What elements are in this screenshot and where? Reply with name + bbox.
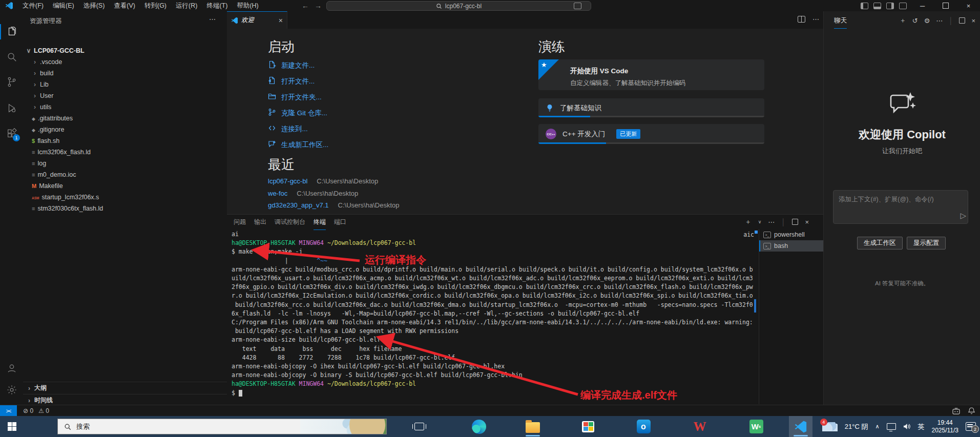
recent-name[interactable]: gd32e230_app_v7.1 <box>268 201 329 209</box>
explorer-more-icon[interactable]: ⋯ <box>209 15 216 23</box>
tree-item[interactable]: ≡stm32f030c6tx_flash.ld <box>23 203 227 214</box>
tab-close-icon[interactable]: × <box>279 16 283 25</box>
settings-gear-icon[interactable] <box>0 381 23 399</box>
recent-item[interactable]: we-focC:\Users\ha\Desktop <box>268 190 358 197</box>
chat-input[interactable]: 添加上下文(#)、扩展(@)、命令(/) <box>833 190 968 224</box>
menu-item-2[interactable]: 选择(S) <box>79 1 109 11</box>
walkthrough-learn-fundamentals[interactable]: 了解基础知识 <box>538 98 764 117</box>
tree-item[interactable]: ›.vscode <box>23 56 227 68</box>
weather-cloud-icon[interactable]: 4 <box>822 422 838 431</box>
taskbar-search[interactable]: 搜索 <box>57 419 387 434</box>
taskbar-app-vscode[interactable] <box>789 416 812 437</box>
new-terminal-icon[interactable]: ＋ <box>745 217 752 226</box>
start-button[interactable] <box>0 416 24 437</box>
walkthrough-cpp-intro[interactable]: C/C++ C++ 开发入门 已更新 <box>538 124 764 144</box>
tree-item[interactable]: ›build <box>23 68 227 79</box>
command-center-search[interactable]: lcp067-gcc-bl <box>326 1 591 11</box>
chat-more-icon[interactable]: ⋯ <box>936 17 943 25</box>
terminal-output[interactable]: aiha@DESKTOP-H85GTAK MINGW64 ~/Downloads… <box>232 230 759 404</box>
menu-item-5[interactable]: 运行(R) <box>172 1 201 11</box>
search-view-icon[interactable] <box>0 48 23 66</box>
start-link-4[interactable]: 连接到... <box>268 124 308 134</box>
panel-tab-问题[interactable]: 问题 <box>234 218 246 230</box>
network-display-icon[interactable] <box>887 423 896 430</box>
maximize-panel-icon[interactable] <box>792 219 798 225</box>
tree-item[interactable]: ›User <box>23 90 227 101</box>
shell-item-bash[interactable]: >_bash <box>759 240 823 252</box>
panel-tab-输出[interactable]: 输出 <box>254 218 266 230</box>
split-editor-icon[interactable] <box>798 16 805 23</box>
taskbar-app-task-view[interactable] <box>407 416 431 437</box>
toggle-secondary-sidebar-icon[interactable] <box>886 3 894 9</box>
minimize-button[interactable]: ─ <box>911 0 934 11</box>
tree-item[interactable]: ≡lcm32f06x_flash.ld <box>23 147 227 158</box>
terminal-more-icon[interactable]: ⋯ <box>768 218 775 226</box>
weather-text[interactable]: 21°C 阴 <box>845 422 868 431</box>
speaker-icon[interactable] <box>903 423 911 430</box>
new-chat-icon[interactable]: ＋ <box>900 16 906 25</box>
taskbar-app-outlook[interactable]: o <box>632 416 655 437</box>
tree-item[interactable]: ASMstartup_lcm32f06x.s <box>23 192 227 203</box>
menu-item-6[interactable]: 终端(T) <box>202 1 232 11</box>
taskbar-app-edge[interactable] <box>467 416 491 437</box>
start-link-2[interactable]: 打开文件夹... <box>268 92 322 102</box>
toggle-sidebar-icon[interactable] <box>861 3 868 9</box>
customize-layout-icon[interactable] <box>899 3 907 9</box>
panel-tab-端口[interactable]: 端口 <box>334 218 346 230</box>
close-button[interactable]: × <box>957 0 980 11</box>
notifications-bell-icon[interactable] <box>968 407 975 414</box>
tree-item[interactable]: $flash.sh <box>23 135 227 147</box>
tree-item[interactable]: ≡log <box>23 158 227 169</box>
start-link-0[interactable]: 新建文件... <box>268 60 315 70</box>
chat-tab[interactable]: 聊天 <box>834 16 847 29</box>
tree-item[interactable]: ◆.gitignore <box>23 124 227 135</box>
taskbar-app-file-explorer[interactable] <box>521 416 545 437</box>
account-icon[interactable] <box>0 360 23 377</box>
taskbar-app-wps-docs[interactable]: Ws <box>744 416 768 437</box>
chat-settings-gear-icon[interactable]: ⚙ <box>924 17 930 25</box>
recent-item[interactable]: lcp067-gcc-blC:\Users\ha\Desktop <box>268 177 378 185</box>
menu-item-4[interactable]: 转到(G) <box>140 1 171 11</box>
tree-item[interactable]: ≡m0_demo.ioc <box>23 169 227 180</box>
send-icon[interactable]: ▷ <box>960 211 966 220</box>
generate-workspace-button[interactable]: 生成工作区 <box>857 237 903 249</box>
extensions-icon[interactable]: 1 <box>0 125 23 142</box>
feedback-icon[interactable] <box>952 408 960 414</box>
remote-indicator[interactable]: >< <box>0 405 17 417</box>
history-icon[interactable]: ↺ <box>912 17 918 25</box>
maximize-button[interactable] <box>934 0 957 11</box>
start-link-3[interactable]: 克隆 Git 仓库... <box>268 108 327 118</box>
panel-tab-调试控制台[interactable]: 调试控制台 <box>275 218 305 230</box>
taskbar-app-store[interactable] <box>576 416 600 437</box>
chat-close-icon[interactable]: × <box>971 17 975 25</box>
action-center-icon[interactable]: 2 <box>966 422 976 431</box>
start-link-5[interactable]: 生成新工作区... <box>268 140 328 150</box>
tree-item[interactable]: MMakefile <box>23 180 227 192</box>
show-config-button[interactable]: 显示配置 <box>907 237 946 249</box>
tree-item[interactable]: ›Lib <box>23 79 227 90</box>
input-method-indicator[interactable]: 英 <box>918 422 925 431</box>
outline-section[interactable]: › 大纲 <box>23 382 227 394</box>
editor-more-icon[interactable]: ⋯ <box>812 15 819 23</box>
explorer-icon[interactable] <box>0 23 23 40</box>
menu-item-0[interactable]: 文件(F) <box>18 1 48 11</box>
run-debug-icon[interactable] <box>0 99 23 117</box>
tab-welcome[interactable]: 欢迎 × <box>227 11 287 29</box>
walkthrough-getting-started[interactable]: ★ 开始使用 VS Code自定义编辑器、了解基础知识并开始编码 <box>538 59 764 90</box>
command-center-icon[interactable] <box>574 3 581 9</box>
toggle-panel-icon[interactable] <box>873 3 881 9</box>
recent-item[interactable]: gd32e230_app_v7.1C:\Users\ha\Desktop <box>268 201 400 209</box>
close-panel-icon[interactable]: × <box>805 218 809 226</box>
problems-status[interactable]: ⊘ 0 ⚠ 0 <box>23 407 49 414</box>
terminal-dropdown-icon[interactable]: ∨ <box>758 219 762 224</box>
start-link-1[interactable]: 打开文件... <box>268 76 315 86</box>
nav-forward-icon[interactable]: → <box>312 2 324 10</box>
menu-item-7[interactable]: 帮助(H) <box>233 1 262 11</box>
clock[interactable]: 19:44 2025/11/3 <box>932 419 959 434</box>
recent-name[interactable]: we-foc <box>268 190 287 197</box>
hidden-icons-chevron[interactable]: ∧ <box>875 423 879 430</box>
taskbar-app-wps[interactable]: W <box>688 416 712 437</box>
terminal-scrollbar[interactable] <box>754 299 756 313</box>
panel-tab-终端[interactable]: 终端 <box>314 218 326 230</box>
tree-item[interactable]: ◆.gitattributes <box>23 113 227 124</box>
